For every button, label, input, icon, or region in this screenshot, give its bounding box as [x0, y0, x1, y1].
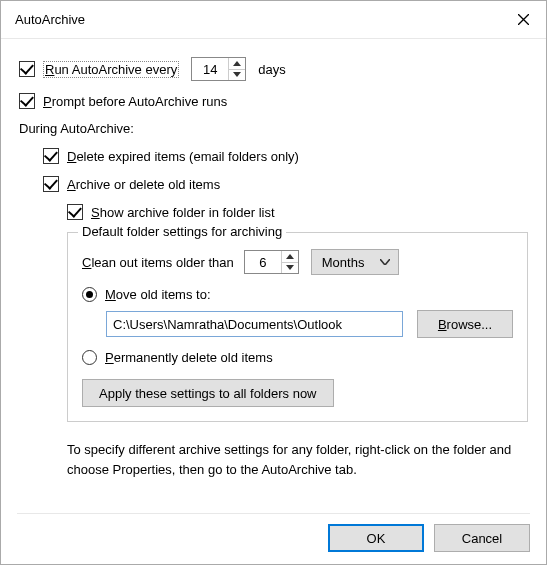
default-folder-settings-group: Default folder settings for archiving Cl…	[67, 232, 528, 422]
move-items-radio[interactable]	[82, 287, 97, 302]
clean-out-spinbox[interactable]	[244, 250, 299, 274]
spin-up-icon[interactable]	[282, 251, 298, 263]
prompt-checkbox[interactable]	[19, 93, 35, 109]
spin-down-icon[interactable]	[282, 263, 298, 274]
window-title: AutoArchive	[15, 12, 500, 27]
close-button[interactable]	[500, 1, 546, 39]
show-folder-label: Show archive folder in folder list	[91, 205, 275, 220]
ok-button[interactable]: OK	[328, 524, 424, 552]
spin-down-icon[interactable]	[229, 70, 245, 81]
show-folder-checkbox[interactable]	[67, 204, 83, 220]
fieldset-legend: Default folder settings for archiving	[78, 224, 286, 239]
hint-text: To specify different archive settings fo…	[67, 440, 528, 479]
close-icon	[518, 14, 529, 25]
dialog-footer: OK Cancel	[17, 513, 530, 552]
prompt-label: Prompt before AutoArchive runs	[43, 94, 227, 109]
run-days-unit: days	[258, 62, 285, 77]
archive-delete-checkbox[interactable]	[43, 176, 59, 192]
delete-expired-checkbox[interactable]	[43, 148, 59, 164]
clean-out-input[interactable]	[245, 251, 281, 273]
perm-delete-radio[interactable]	[82, 350, 97, 365]
run-autoarchive-label: Run AutoArchive every	[43, 62, 179, 77]
clean-out-label: Clean out items older than	[82, 255, 234, 270]
during-label: During AutoArchive:	[19, 121, 528, 136]
spin-up-icon[interactable]	[229, 58, 245, 70]
delete-expired-label: Delete expired items (email folders only…	[67, 149, 299, 164]
clean-out-unit-select[interactable]: Months	[311, 249, 399, 275]
chevron-down-icon	[380, 259, 390, 265]
move-items-label: Move old items to:	[105, 287, 211, 302]
perm-delete-label: Permanently delete old items	[105, 350, 273, 365]
run-days-input[interactable]	[192, 58, 228, 80]
apply-all-button[interactable]: Apply these settings to all folders now	[82, 379, 334, 407]
titlebar: AutoArchive	[1, 1, 546, 39]
dialog-content: Run AutoArchive every days Prompt before…	[1, 39, 546, 489]
run-autoarchive-checkbox[interactable]	[19, 61, 35, 77]
run-days-spinbox[interactable]	[191, 57, 246, 81]
archive-path-input[interactable]	[106, 311, 403, 337]
archive-delete-label: Archive or delete old items	[67, 177, 220, 192]
clean-out-unit-value: Months	[322, 255, 365, 270]
browse-button[interactable]: Browse...	[417, 310, 513, 338]
cancel-button[interactable]: Cancel	[434, 524, 530, 552]
